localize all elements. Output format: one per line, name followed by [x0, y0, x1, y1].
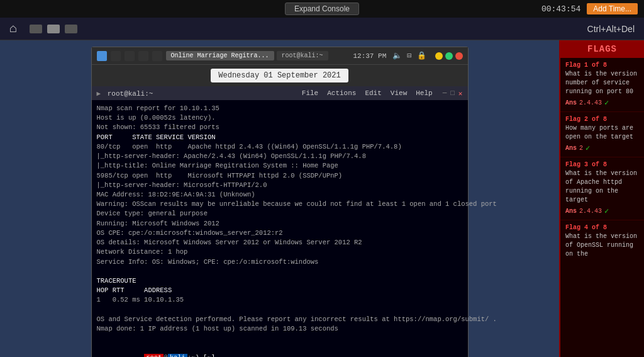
tab-marriage-reg[interactable]: Online Marriage Regitra...: [166, 51, 274, 60]
flag-4-question: What is the version of OpenSSL running o…: [565, 232, 639, 259]
terminal-line-2: Host is up (0.00052s latency).: [97, 113, 463, 123]
flag-2-number: Flag 2 of 8: [565, 116, 639, 123]
flag-1-number: Flag 1 of 8: [565, 62, 639, 69]
prompt-separator: :~: [187, 354, 196, 357]
flag-1-ans-label: Ans: [565, 99, 577, 106]
main-content: Online Marriage Regitra... root@kali:~ 1…: [0, 40, 644, 357]
terminal-menubar: ▶ root@kali:~ File Actions Edit View Hel…: [92, 86, 468, 100]
flag-3-check: ✓: [604, 207, 609, 216]
terminal-line-10: MAC Address: 18:D2:9E:AA:9A:31 (Unknown): [97, 190, 463, 200]
terminal-line-21: 1 0.52 ms 10.10.1.35: [97, 295, 463, 305]
top-bar: Expand Console 00:43:54 Add Time...: [0, 0, 644, 18]
terminal-line-11: Warning: OSScan results may be unreliabl…: [97, 200, 463, 209]
terminal-line-17: Service Info: OS: Windows; CPE: cpe:/o:m…: [97, 258, 463, 267]
flag-3-ans-value: 2.4.43: [579, 208, 602, 215]
flag-2-ans-label: Ans: [565, 145, 577, 152]
terminal-line-25: [97, 334, 463, 343]
kali-window: Online Marriage Regitra... root@kali:~ 1…: [91, 47, 469, 357]
terminal-title-label: ▶ root@kali:~: [97, 89, 153, 98]
window-resize-max[interactable]: □: [450, 89, 455, 97]
titlebar-icon-1: [97, 51, 107, 61]
window-close-inner[interactable]: ✕: [458, 89, 463, 98]
flag-1-ans-value: 2.4.43: [579, 99, 602, 106]
flag-1-check: ✓: [604, 98, 609, 108]
terminal-prompt-1: root@kali:~)-[~]: [97, 343, 463, 357]
expand-console-button[interactable]: Expand Console: [285, 3, 359, 15]
terminal-line-3: Not shown: 65533 filtered ports: [97, 123, 463, 132]
flag-3-ans-label: Ans: [565, 208, 577, 215]
titlebar-icon-5: [152, 51, 162, 61]
terminal-line-13: Running: Microsoft Windows 2012: [97, 219, 463, 229]
terminal-line-19: TRACEROUTE: [97, 276, 463, 286]
flag-2-question: How many ports areopen on the target: [565, 124, 639, 142]
screen-icon-2[interactable]: [47, 25, 60, 33]
terminal-line-1: Nmap scan report for 10.10.1.35: [97, 104, 463, 113]
terminal-line-22: [97, 305, 463, 315]
screen-icon-3[interactable]: [65, 25, 77, 33]
tab-kali-root[interactable]: root@kali:~: [277, 51, 328, 60]
flags-header: FLAGS: [560, 40, 644, 58]
flag-4-number: Flag 4 of 8: [565, 224, 639, 231]
flag-item-1: Flag 1 of 8 What is the version number o…: [560, 58, 644, 112]
titlebar-icon-4: [138, 51, 148, 61]
titlebar-icon-2: [111, 51, 121, 61]
window-resize-min[interactable]: ─: [443, 89, 447, 97]
prompt-user: root: [144, 354, 164, 357]
terminal-line-12: Device type: general purpose: [97, 209, 463, 218]
terminal-line-4: PORT STATE SERVICE VERSION: [97, 133, 463, 142]
window-maximize[interactable]: [445, 52, 453, 60]
window-close[interactable]: [455, 52, 463, 60]
terminal-line-24: Nmap done: 1 IP address (1 host up) scan…: [97, 324, 463, 334]
terminal-inner: ▶ root@kali:~ File Actions Edit View Hel…: [92, 86, 468, 357]
terminal-line-14: OS CPE: cpe:/o:microsoft:windows_server_…: [97, 229, 463, 238]
titlebar-icon-3: [125, 51, 135, 61]
date-tooltip-container: Wednesday 01 September 2021: [92, 65, 468, 86]
terminal-area: Online Marriage Regitra... root@kali:~ 1…: [0, 40, 559, 357]
terminal-line-18: [97, 267, 463, 276]
home-icon[interactable]: ⌂: [9, 21, 17, 36]
flag-item-4: Flag 4 of 8 What is the version of OpenS…: [560, 220, 644, 263]
window-icon-lock: 🔒: [417, 51, 426, 60]
window-titlebar: Online Marriage Regitra... root@kali:~ 1…: [92, 47, 468, 65]
flag-1-question: What is the version number of service ru…: [565, 70, 639, 96]
tab-area: Online Marriage Regitra... root@kali:~: [166, 51, 350, 60]
flag-2-ans-value: 2: [579, 145, 583, 152]
terminal-line-6: |_http-server-header: Apache/2.4.43 (Win…: [97, 152, 463, 161]
timer-display: 00:43:54: [541, 4, 580, 14]
terminal-line-23: OS and Service detection performed. Plea…: [97, 315, 463, 324]
flag-item-3: Flag 3 of 8 What is the version of Apach…: [560, 157, 644, 220]
prompt-end: ]: [211, 354, 215, 357]
terminal-line-9: |_http-server-header: Microsoft-HTTPAPI/…: [97, 181, 463, 190]
menu-actions[interactable]: Actions: [323, 89, 360, 97]
date-tooltip: Wednesday 01 September 2021: [211, 69, 348, 82]
menu-edit[interactable]: Edit: [361, 89, 385, 97]
screen-icon-1[interactable]: [30, 25, 42, 33]
flag-3-answer-row: Ans 2.4.43 ✓: [565, 207, 639, 216]
flag-2-check: ✓: [586, 144, 590, 153]
prompt-bracket: )-[: [195, 354, 207, 357]
ctrl-alt-del-button[interactable]: Ctrl+Alt+Del: [587, 24, 635, 34]
window-controls: [435, 52, 463, 60]
menu-help[interactable]: Help: [412, 89, 436, 97]
menu-file[interactable]: File: [298, 89, 322, 97]
second-bar: ⌂ Ctrl+Alt+Del: [0, 18, 644, 40]
flag-1-answer-row: Ans 2.4.43 ✓: [565, 98, 639, 108]
flags-sidebar: FLAGS Flag 1 of 8 What is the version nu…: [559, 40, 644, 357]
prompt-at: @: [164, 354, 167, 357]
terminal-line-7: |_http-title: Online Marriage Regitratio…: [97, 161, 463, 171]
menu-view[interactable]: View: [387, 89, 411, 97]
flag-3-number: Flag 3 of 8: [565, 161, 639, 168]
add-time-button[interactable]: Add Time...: [587, 3, 638, 14]
window-icon-network: ⊟: [407, 51, 411, 60]
terminal-body[interactable]: Nmap scan report for 10.10.1.35 Host is …: [92, 100, 468, 357]
window-clock: 12:37 PM: [353, 52, 386, 60]
flag-2-answer-row: Ans 2 ✓: [565, 144, 639, 153]
terminal-line-20: HOP RTT ADDRESS: [97, 286, 463, 295]
terminal-line-5: 80/tcp open http Apache httpd 2.4.43 ((W…: [97, 142, 463, 152]
screen-icons: [30, 25, 77, 33]
window-minimize[interactable]: [435, 52, 443, 60]
flag-3-question: What is the version of Apache httpd runn…: [565, 169, 639, 205]
terminal-line-15: OS details: Microsoft Windows Server 201…: [97, 238, 463, 247]
terminal-line-8: 5985/tcp open http Microsoft HTTPAPI htt…: [97, 171, 463, 181]
terminal-line-16: Network Distance: 1 hop: [97, 247, 463, 257]
